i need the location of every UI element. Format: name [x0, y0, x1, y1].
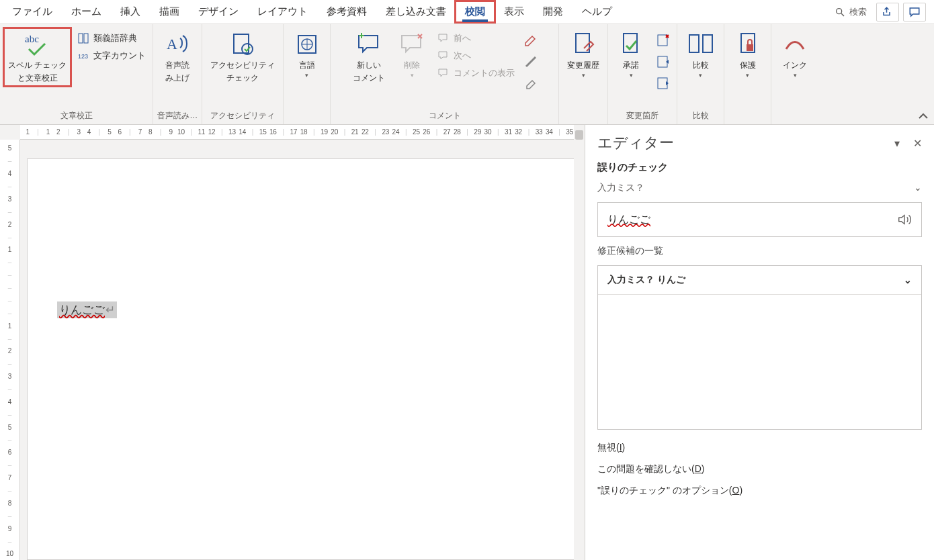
tab-draw[interactable]: 描画: [150, 1, 189, 22]
tab-help[interactable]: ヘルプ: [572, 1, 622, 22]
vertical-ruler[interactable]: 5–4–3–2–1–––––1–2–3–4–5–6–7–8–9–10: [0, 140, 20, 560]
reject-button[interactable]: [654, 31, 673, 50]
svg-rect-3: [79, 34, 83, 43]
tab-view[interactable]: 表示: [495, 1, 534, 22]
tab-developer[interactable]: 開発: [534, 1, 572, 22]
document-page[interactable]: りんごご↵: [27, 158, 577, 560]
vertical-scrollbar[interactable]: [574, 125, 585, 560]
thesaurus-label: 類義語辞典: [93, 32, 137, 44]
word-count-label: 文字カウント: [93, 50, 146, 62]
error-word: りんごご: [607, 214, 650, 225]
suggestion-item[interactable]: 入力ミス？ りんご ⌄: [598, 266, 921, 295]
suggestion-text: 入力ミス？ りんご: [607, 274, 685, 286]
panel-close-button[interactable]: ✕: [913, 137, 922, 150]
speaker-icon: [897, 212, 912, 227]
delete-comment-button: 削除 ▾: [393, 28, 431, 82]
panel-dropdown-button[interactable]: ▾: [894, 137, 900, 150]
accessibility-label-2: チェック: [226, 73, 259, 83]
group-speech: A 音声読 み上げ 音声読み…: [153, 24, 202, 124]
tab-insert[interactable]: 挿入: [111, 1, 150, 22]
comment-show-icon: [438, 68, 449, 78]
next-comment-label: 次へ: [454, 50, 471, 62]
ink-label: インク: [783, 60, 807, 71]
delete-comment-label: 削除: [404, 60, 420, 71]
language-button[interactable]: 言語 ▾: [288, 28, 326, 82]
group-changes-label: 変更箇所: [626, 109, 659, 123]
collapse-ribbon-button[interactable]: [918, 111, 929, 122]
chevron-down-icon[interactable]: ⌄: [904, 275, 912, 285]
pen-button[interactable]: [521, 52, 540, 71]
track-changes-label: 変更履歴: [567, 60, 599, 71]
read-aloud-button[interactable]: A 音声読 み上げ: [159, 28, 196, 86]
svg-point-0: [837, 8, 842, 13]
show-comments-button: コメントの表示: [435, 66, 517, 81]
ignore-link[interactable]: 無視(I): [597, 442, 922, 454]
word-count-button[interactable]: 123 文字カウント: [75, 48, 148, 63]
read-aloud-label-2: み上げ: [165, 73, 189, 83]
spell-check-button[interactable]: abc スペル チェック と文章校正: [4, 28, 71, 86]
comments-pane-button[interactable]: [903, 3, 926, 21]
svg-text:A: A: [167, 36, 177, 52]
compare-button[interactable]: 比較 ▾: [682, 28, 720, 82]
svg-rect-13: [658, 35, 667, 46]
accessibility-icon: [230, 32, 255, 57]
chevron-down-icon: ▾: [746, 72, 749, 79]
tab-home[interactable]: ホーム: [62, 1, 111, 22]
tab-mailings[interactable]: 差し込み文書: [376, 1, 456, 22]
group-compare-label: 比較: [693, 109, 709, 123]
protect-icon: [737, 32, 759, 56]
group-ink: インク ▾: [771, 24, 818, 124]
panel-subtitle: 入力ミス？: [597, 182, 644, 194]
spellcheck-icon: abc: [22, 32, 53, 57]
next-change-button[interactable]: [654, 74, 673, 93]
chevron-down-icon: ▾: [305, 72, 308, 79]
share-button[interactable]: [876, 3, 899, 21]
tab-references[interactable]: 参考資料: [317, 1, 376, 22]
chevron-up-icon: [918, 111, 929, 122]
misspelled-word: りんごご: [59, 304, 105, 316]
read-aloud-label-1: 音声読: [165, 60, 189, 71]
tab-review[interactable]: 校閲: [456, 1, 495, 22]
accept-button[interactable]: 承諾 ▾: [612, 28, 650, 82]
group-proofing: abc スペル チェック と文章校正 類義語辞典 123 文字カウント 文章校正: [0, 24, 153, 124]
chevron-down-icon[interactable]: ⌄: [914, 182, 922, 194]
horizontal-ruler[interactable]: 1|12|34|56|78|910|1112|1314|1516|1718|19…: [20, 125, 585, 140]
ribbon-tabs: ファイル ホーム 挿入 描画 デザイン レイアウト 参考資料 差し込み文書 校閲…: [0, 0, 934, 24]
error-word-box: りんごご: [597, 202, 922, 237]
search-icon: [835, 7, 845, 17]
chevron-down-icon: ▾: [794, 72, 797, 79]
speaker-button[interactable]: [897, 212, 912, 227]
ink-icon: [783, 34, 806, 54]
scrollbar-thumb[interactable]: [575, 130, 583, 140]
group-changes: 承諾 ▾ 変更箇所: [608, 24, 677, 124]
ink-comment-button[interactable]: [521, 31, 540, 50]
search-box[interactable]: 検索: [829, 3, 872, 21]
suggestions-body: [598, 295, 921, 429]
tab-layout[interactable]: レイアウト: [248, 1, 317, 22]
tab-design[interactable]: デザイン: [189, 1, 248, 22]
protect-label: 保護: [740, 60, 756, 71]
options-link[interactable]: "誤りのチェック" のオプション(O): [597, 485, 922, 497]
group-comments-label: コメント: [429, 109, 461, 123]
workspace: 1|12|34|56|78|910|1112|1314|1516|1718|19…: [0, 125, 934, 560]
next-comment-button: 次へ: [435, 48, 517, 63]
dont-check-link[interactable]: この問題を確認しない(D): [597, 463, 922, 475]
new-comment-button[interactable]: 新しい コメント: [349, 28, 389, 86]
group-proofing-label: 文章校正: [60, 109, 93, 123]
chevron-down-icon: ▾: [582, 72, 585, 79]
track-changes-button[interactable]: 変更履歴 ▾: [563, 28, 603, 82]
tab-file[interactable]: ファイル: [3, 1, 62, 22]
eraser-button[interactable]: [521, 74, 540, 93]
prev-change-button[interactable]: [654, 52, 673, 71]
suggestions-label: 修正候補の一覧: [597, 245, 922, 257]
group-accessibility: アクセシビリティ チェック アクセシビリティ: [202, 24, 284, 124]
ink-button[interactable]: インク ▾: [776, 28, 814, 82]
document-text-selection[interactable]: りんごご↵: [57, 301, 117, 318]
accessibility-check-button[interactable]: アクセシビリティ チェック: [206, 28, 279, 86]
chevron-down-icon: ▾: [630, 72, 633, 79]
share-icon: [882, 6, 894, 18]
eraser-icon: [524, 77, 538, 90]
protect-button[interactable]: 保護 ▾: [729, 28, 767, 82]
thesaurus-button[interactable]: 類義語辞典: [75, 31, 148, 46]
spell-check-label-2: と文章校正: [17, 73, 58, 83]
